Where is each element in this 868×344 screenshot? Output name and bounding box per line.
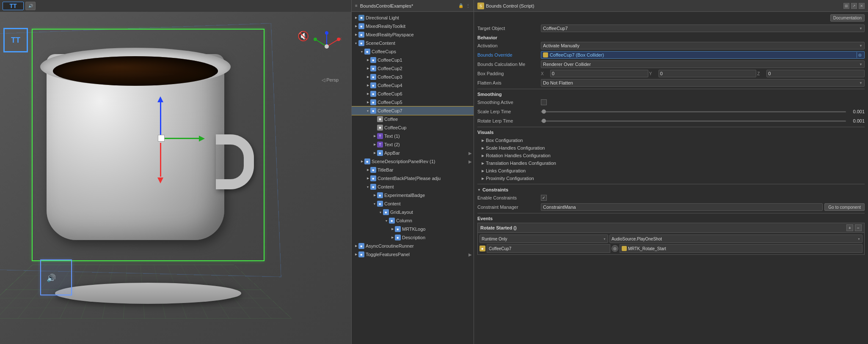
collapse-arrow: ▶ [482, 161, 484, 165]
scale-lerp-thumb[interactable] [542, 109, 546, 114]
tree-item-coffeecup5[interactable]: ▶ ■ CoffeeCup5 [352, 98, 474, 106]
scale-handles-section[interactable]: ▶ Scale Handles Configuration [477, 144, 865, 152]
tree-item-column[interactable]: ▼ ■ Column [352, 216, 474, 225]
cup-saucer [55, 283, 241, 304]
target-object-value[interactable]: CoffeeCup7 [541, 25, 865, 32]
collapse-arrow: ▶ [482, 154, 484, 158]
tree-item-coffeecup3[interactable]: ▶ ■ CoffeeCup3 [352, 73, 474, 81]
bounds-override-label: Bounds Override [477, 52, 541, 57]
rotate-lerp-thumb[interactable] [542, 119, 546, 123]
bounds-override-value[interactable]: CoffeeCup7 (Box Collider) ◎ [541, 51, 865, 59]
tree-item-mrtklogo[interactable]: ▶ ■ MRTKLogo [352, 225, 474, 233]
rotate-lerp-label: Rotate Lerp Time [477, 118, 541, 123]
go-icon: ■ [358, 251, 364, 257]
tree-item-scenecontent[interactable]: ▼ ■ SceneContent [352, 39, 474, 47]
tree-item-asyncrunner[interactable]: ▶ ■ AsyncCoroutineRunner [352, 242, 474, 250]
box-padding-z[interactable] [766, 70, 865, 77]
tree-item-mrplayspace[interactable]: ▶ ■ MixedRealityPlayspace [352, 30, 474, 39]
inspector-open-btn[interactable]: ⊞ [843, 3, 849, 9]
tree-item-text2[interactable]: ▶ T Text (2) [352, 140, 474, 149]
speaker-button[interactable]: 🔊 [25, 2, 36, 10]
inspector-title: Bounds Control (Script) [486, 3, 842, 8]
tt-button[interactable]: TT [3, 2, 24, 10]
tree-item-coffeecup6[interactable]: ▶ ■ CoffeeCup6 [352, 90, 474, 98]
constraints-section[interactable]: ▼ Constraints [477, 186, 865, 194]
rotation-handles-section[interactable]: ▶ Rotation Handles Configuration [477, 152, 865, 159]
proximity-config-section[interactable]: ▶ Proximity Configuration [477, 175, 865, 182]
tree-item-coffeecup-child[interactable]: ■ CoffeeCup [352, 123, 474, 132]
tree-item-coffeecup2[interactable]: ▶ ■ CoffeeCup2 [352, 64, 474, 73]
enable-constraints-label: Enable Constraints [477, 195, 541, 200]
audio-source-dropdown[interactable]: AudioSource.PlayOneShot [609, 235, 862, 243]
tree-item-mrtk[interactable]: ▶ ■ MixedRealityToolkit [352, 22, 474, 30]
tree-item-appbar[interactable]: ▶ ■ AppBar ▶ [352, 149, 474, 157]
inspector-panel: S Bounds Control (Script) ⊞ ↗ ✕ Document… [474, 0, 868, 344]
tree-item-scenedesc[interactable]: ▶ ■ SceneDescriptionPanelRev (1) ▶ [352, 157, 474, 166]
tree-item-gridlayout[interactable]: ▼ ■ GridLayout [352, 208, 474, 216]
expand-arrow: ▶ [353, 33, 358, 36]
expand-arrow: ▶ [353, 16, 358, 19]
tree-item-content-main[interactable]: ▼ ■ Content [352, 183, 474, 191]
expand-arrow: ▶ [365, 177, 370, 180]
tree-item-expbadge[interactable]: ▶ ■ ExperimentalBadge [352, 191, 474, 199]
go-icon: ■ [370, 74, 376, 80]
tree-item-coffeecups[interactable]: ▼ ■ CoffeeCups [352, 47, 474, 56]
scale-lerp-track[interactable] [541, 111, 846, 112]
translation-handles-section[interactable]: ▶ Translation Handles Configuration [477, 159, 865, 167]
expand-arrow: ▶ [372, 134, 377, 138]
smoothing-active-checkbox[interactable] [541, 99, 547, 105]
add-event-btn[interactable]: + [846, 224, 853, 231]
box-padding-label: Box Padding [477, 71, 541, 76]
bounds-calc-row: Bounds Calculation Me Renderer Over Coll… [477, 60, 865, 68]
documentation-button[interactable]: Documentation [830, 14, 865, 22]
more-indicator: ▶ [468, 151, 472, 156]
expand-arrow: ▶ [372, 151, 377, 155]
go-icon: ■ [370, 184, 376, 190]
hierarchy-menu-btn[interactable]: ⋮ [466, 3, 470, 8]
tree-item-coffeecup7[interactable]: ▼ ■ CoffeeCup7 [352, 106, 474, 115]
tree-item-togglepanel[interactable]: ▶ ■ ToggleFeaturesPanel ▶ [352, 250, 474, 259]
go-to-component-button[interactable]: Go to component [824, 203, 865, 211]
tree-item-text1[interactable]: ▶ T Text (1) [352, 132, 474, 140]
expand-arrow: ▼ [384, 219, 389, 222]
runtime-only-dropdown[interactable]: Runtime Only [479, 235, 608, 243]
expand-arrow: ▶ [365, 67, 370, 70]
scale-lerp-label: Scale Lerp Time [477, 109, 541, 114]
rotate-lerp-track[interactable] [541, 120, 846, 122]
event-method-field[interactable]: MRTK_Rotate_Start [620, 244, 862, 253]
links-config-section[interactable]: ▶ Links Configuration [477, 167, 865, 175]
event-object-field[interactable]: CoffeeCup7 [487, 244, 610, 253]
tree-item-contentback[interactable]: ▶ ■ ContentBackPlate(Please adju [352, 174, 474, 183]
small-speaker-icon: 🔊 [47, 273, 56, 283]
box-config-section[interactable]: ▶ Box Configuration [477, 137, 865, 144]
event-obj-select-btn[interactable]: ◎ [612, 245, 618, 252]
collapse-arrow: ▶ [482, 177, 484, 180]
constraint-manager-value[interactable]: ConstraintMana [541, 203, 823, 211]
expand-arrow: ▶ [390, 236, 395, 239]
inspector-close-btn[interactable]: ✕ [859, 3, 865, 9]
go-icon: ■ [389, 218, 395, 224]
bounds-calc-value[interactable]: Renderer Over Collider [541, 60, 865, 68]
remove-event-btn[interactable]: − [855, 224, 862, 231]
bounds-edit-btn[interactable]: ◎ [857, 52, 862, 58]
tree-item-coffeecup4[interactable]: ▶ ■ CoffeeCup4 [352, 81, 474, 90]
3d-canvas[interactable]: 🔇 Z X ◁ Persp TT [0, 12, 351, 344]
box-padding-row: Box Padding X Y Z [477, 69, 865, 78]
activation-value[interactable]: Activate Manually [541, 42, 865, 49]
box-padding-y[interactable] [659, 70, 757, 77]
expand-arrow: ▶ [365, 101, 370, 104]
tree-item-coffeecup1[interactable]: ▶ ■ CoffeeCup1 [352, 56, 474, 64]
hierarchy-lock-btn[interactable]: 🔒 [458, 3, 463, 8]
tree-item-titlebar[interactable]: ▶ ■ TitleBar [352, 166, 474, 174]
behavior-section-header: Behavior [477, 35, 865, 40]
tree-item-description[interactable]: ▶ ■ Description [352, 233, 474, 242]
events-section-header: Events [477, 216, 865, 221]
tree-item-coffee[interactable]: ■ Coffee [352, 115, 474, 123]
enable-constraints-checkbox[interactable]: ✓ [541, 195, 547, 201]
flatten-axis-value[interactable]: Do Not Flatten [541, 79, 865, 87]
tree-item-content-child[interactable]: ▼ ■ Content [352, 199, 474, 208]
box-padding-x[interactable] [550, 70, 648, 77]
expand-arrow: ▶ [365, 92, 370, 96]
inspector-float-btn[interactable]: ↗ [851, 3, 857, 9]
tree-item-directional-light[interactable]: ▶ ■ Directional Light [352, 14, 474, 22]
